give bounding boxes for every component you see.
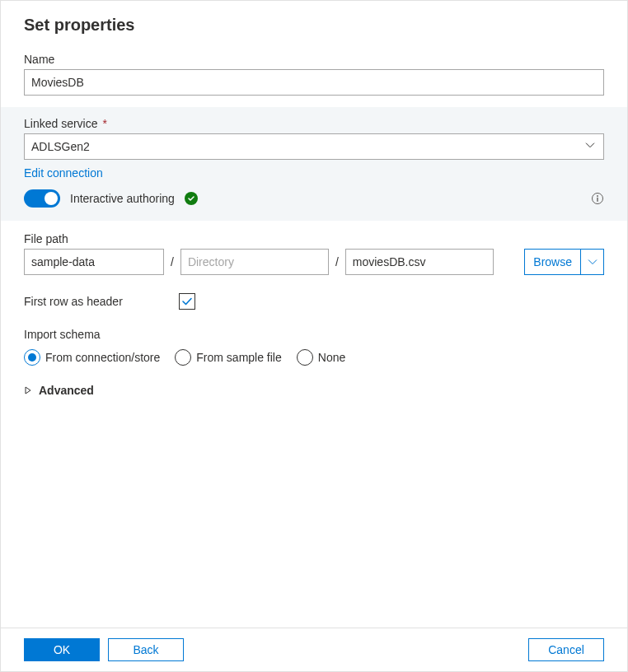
browse-button[interactable]: Browse bbox=[524, 249, 581, 275]
radio-label-none: None bbox=[318, 351, 345, 364]
browse-group: Browse bbox=[524, 249, 604, 275]
browse-dropdown-button[interactable] bbox=[581, 249, 604, 275]
linked-service-label-text: Linked service bbox=[24, 117, 98, 130]
cancel-button[interactable]: Cancel bbox=[528, 638, 604, 661]
toggle-knob bbox=[45, 192, 58, 205]
interactive-authoring-label: Interactive authoring bbox=[70, 192, 175, 205]
name-label: Name bbox=[24, 53, 604, 66]
directory-input[interactable] bbox=[180, 249, 329, 275]
status-success-icon bbox=[185, 192, 198, 205]
linked-service-section: Linked service * ADLSGen2 Edit connectio… bbox=[1, 107, 627, 221]
info-icon[interactable] bbox=[591, 192, 604, 205]
path-separator-2: / bbox=[335, 255, 339, 268]
radio-icon bbox=[175, 349, 191, 366]
radio-label-from-sample: From sample file bbox=[196, 351, 281, 364]
radio-label-from-connection: From connection/store bbox=[45, 351, 160, 364]
set-properties-panel: Set properties Name Linked service * ADL… bbox=[0, 0, 628, 672]
radio-icon bbox=[297, 349, 313, 366]
svg-rect-2 bbox=[597, 198, 598, 202]
radio-icon bbox=[24, 349, 40, 366]
svg-point-1 bbox=[597, 195, 598, 197]
panel-content: Set properties Name Linked service * ADL… bbox=[1, 1, 627, 628]
container-input[interactable] bbox=[24, 249, 164, 275]
import-schema-label: Import schema bbox=[24, 328, 604, 341]
interactive-authoring-row: Interactive authoring bbox=[24, 189, 604, 208]
first-row-header-label: First row as header bbox=[24, 295, 123, 308]
ok-button[interactable]: OK bbox=[24, 638, 100, 661]
linked-service-value: ADLSGen2 bbox=[31, 140, 90, 153]
path-separator-1: / bbox=[171, 255, 174, 268]
footer: OK Back Cancel bbox=[1, 628, 627, 671]
radio-from-sample[interactable]: From sample file bbox=[175, 349, 281, 366]
first-row-header-row: First row as header bbox=[24, 293, 604, 310]
linked-service-label: Linked service * bbox=[24, 117, 604, 130]
radio-none[interactable]: None bbox=[297, 349, 345, 366]
radio-from-connection[interactable]: From connection/store bbox=[24, 349, 160, 366]
name-input[interactable] bbox=[24, 69, 604, 96]
interactive-authoring-toggle[interactable] bbox=[24, 189, 60, 208]
linked-service-select[interactable]: ADLSGen2 bbox=[24, 133, 604, 160]
import-schema-options: From connection/store From sample file N… bbox=[24, 349, 604, 366]
file-input[interactable] bbox=[345, 249, 494, 275]
back-button[interactable]: Back bbox=[108, 638, 184, 661]
chevron-down-icon bbox=[585, 139, 595, 152]
caret-right-icon bbox=[24, 386, 32, 394]
first-row-header-checkbox[interactable] bbox=[179, 293, 195, 310]
required-indicator: * bbox=[102, 117, 106, 130]
advanced-toggle[interactable]: Advanced bbox=[24, 384, 604, 397]
edit-connection-link[interactable]: Edit connection bbox=[24, 166, 103, 180]
page-title: Set properties bbox=[24, 16, 604, 35]
file-path-label: File path bbox=[24, 232, 604, 245]
file-path-row: / / Browse bbox=[24, 249, 604, 275]
advanced-label: Advanced bbox=[39, 384, 94, 397]
